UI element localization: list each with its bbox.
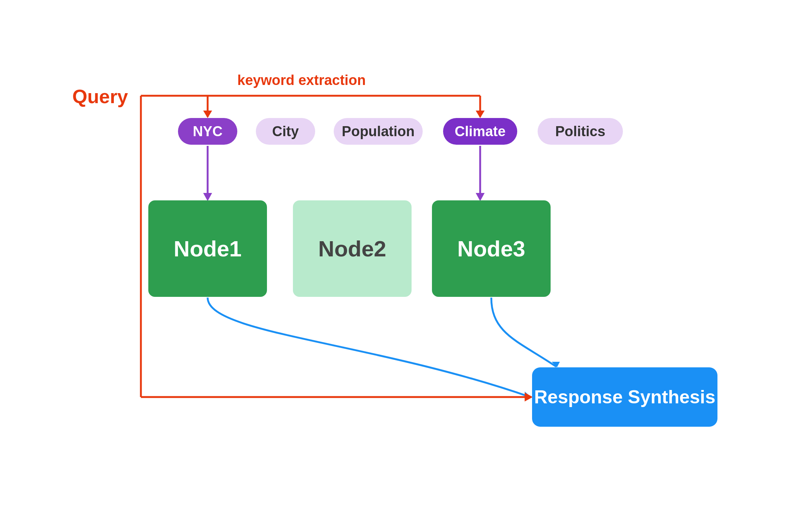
svg-marker-10 [525,391,531,399]
svg-marker-3 [203,111,212,118]
pill-population: Population [334,118,423,145]
response-synthesis-label: Response Synthesis [534,386,715,408]
svg-marker-11 [552,362,560,367]
svg-marker-9 [476,193,485,201]
node1: Node1 [148,200,267,297]
node3: Node3 [432,200,551,297]
node2: Node2 [293,200,412,297]
pill-politics: Politics [538,118,623,145]
pill-nyc: NYC [178,118,237,145]
query-label: Query [72,85,128,108]
pill-city: City [256,118,315,145]
pill-climate: Climate [443,118,517,145]
response-synthesis-box: Response Synthesis [532,367,717,427]
svg-marker-13 [525,393,533,401]
diagram-container: Query keyword extraction NYC City Popula… [0,0,812,518]
svg-marker-5 [476,111,485,118]
svg-marker-7 [203,193,212,201]
keyword-extraction-label: keyword extraction [237,72,366,88]
